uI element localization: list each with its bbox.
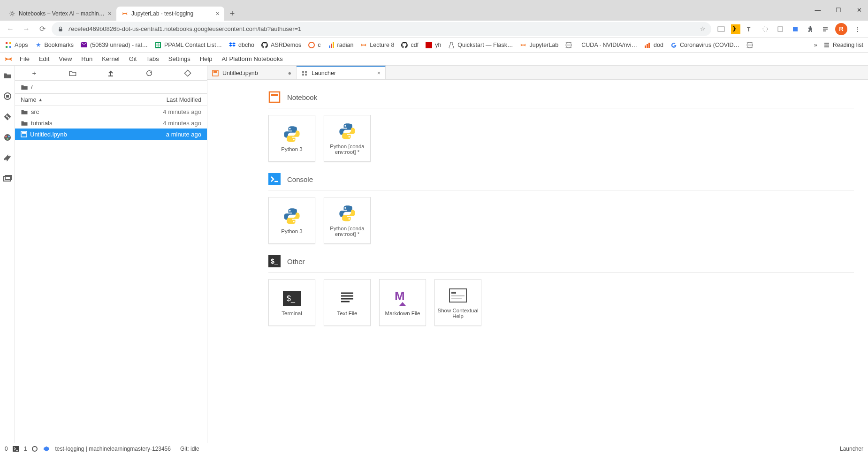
extensionmgr-tab-icon[interactable] <box>0 152 15 164</box>
doc-tab-untitled[interactable]: Untitled.ipynb ● <box>207 66 297 79</box>
bookmark-item[interactable]: ★Bookmarks <box>35 41 74 49</box>
gcp-status-text[interactable]: test-logging | machinelearningmastery-12… <box>55 446 171 452</box>
file-row-folder[interactable]: tutorials 4 minutes ago <box>15 117 207 129</box>
menu-file[interactable]: File <box>15 55 34 62</box>
upload-button[interactable] <box>92 69 130 77</box>
bookmark-item[interactable]: dod <box>644 41 663 49</box>
new-launcher-button[interactable]: + <box>15 69 53 77</box>
git-status-text[interactable]: Git: idle <box>180 446 199 452</box>
git-button[interactable] <box>168 69 207 77</box>
name-column-header[interactable]: Name▲ <box>21 97 43 103</box>
address-bar[interactable]: 7ecefed469b0826b-dot-us-central1.noteboo… <box>52 22 711 36</box>
ext-icon[interactable]: 》 <box>731 24 740 34</box>
bookmark-apps[interactable]: Apps <box>5 41 28 49</box>
ext-icon[interactable] <box>790 24 800 34</box>
svg-rect-6 <box>793 27 798 31</box>
document-tabs: Untitled.ipynb ● Launcher × <box>207 66 868 80</box>
launcher-card-textfile[interactable]: Text File <box>324 279 371 326</box>
filebrowser-tab-icon[interactable] <box>0 69 15 82</box>
filebrowser-breadcrumb[interactable]: / <box>15 81 207 94</box>
forward-button[interactable]: → <box>20 23 33 36</box>
tabs-tab-icon[interactable] <box>0 173 15 185</box>
close-icon[interactable]: × <box>216 10 220 17</box>
status-count-a[interactable]: 0 <box>5 446 8 452</box>
modified-column-header[interactable]: Last Modified <box>167 97 201 103</box>
terminal-icon[interactable] <box>13 446 19 452</box>
star-icon[interactable]: ☆ <box>700 25 706 32</box>
bookmark-item[interactable]: Coronavirus (COVID… <box>670 41 739 49</box>
window-titlebar <box>0 0 868 5</box>
ext-icon[interactable] <box>775 24 785 34</box>
star-icon: ★ <box>35 41 42 49</box>
reload-button[interactable]: ⟳ <box>36 23 49 36</box>
file-row-folder[interactable]: src 4 minutes ago <box>15 106 207 117</box>
reading-list-button[interactable]: Reading list <box>823 41 863 49</box>
lock-icon <box>57 26 64 32</box>
launcher-card-conda-console[interactable]: Python [conda env:root] * <box>324 197 371 244</box>
bookmark-item[interactable]: CUDA · NVIDIA/nvi… <box>581 42 637 48</box>
launcher-card-terminal[interactable]: $_ Terminal <box>268 279 315 326</box>
status-count-b[interactable]: 1 <box>24 446 27 452</box>
close-window-button[interactable]: ✕ <box>853 7 865 14</box>
menu-aiplatform[interactable]: AI Platform Notebooks <box>217 55 288 62</box>
bookmark-item[interactable]: dbcho <box>228 41 254 49</box>
running-tab-icon[interactable] <box>0 90 15 102</box>
launcher-card-markdown[interactable]: M Markdown File <box>379 279 426 326</box>
menu-git[interactable]: Git <box>124 55 142 62</box>
new-tab-button[interactable]: + <box>226 8 238 20</box>
bookmark-item[interactable]: c <box>308 41 320 49</box>
bookmark-item[interactable]: JupyterLab <box>519 41 558 49</box>
minimize-button[interactable]: — <box>812 7 824 14</box>
bookmark-item[interactable]: ASRDemos <box>261 41 301 49</box>
browser-tab-vertex[interactable]: Notebooks – Vertex AI – machine… × <box>4 7 116 21</box>
menu-icon[interactable]: ⋮ <box>852 24 862 34</box>
maximize-button[interactable]: ☐ <box>832 7 845 14</box>
menu-tabs[interactable]: Tabs <box>141 55 163 62</box>
bookmark-item[interactable]: cdf <box>401 41 419 49</box>
bookmark-item[interactable]: (50639 unread) - ral… <box>80 41 148 49</box>
jupyter-logo-icon[interactable] <box>2 53 15 66</box>
bookmark-item[interactable] <box>746 41 756 49</box>
close-icon[interactable]: × <box>377 70 381 76</box>
git-tab-icon[interactable] <box>0 111 15 123</box>
url-text: 7ecefed469b0826b-dot-us-central1.noteboo… <box>68 25 696 32</box>
refresh-button[interactable] <box>130 69 168 77</box>
commands-tab-icon[interactable] <box>0 131 15 144</box>
new-folder-button[interactable] <box>53 70 92 76</box>
menu-view[interactable]: View <box>54 55 76 62</box>
profile-avatar[interactable]: R <box>835 23 847 35</box>
dirty-indicator-icon[interactable]: ● <box>288 70 291 76</box>
menu-help[interactable]: Help <box>195 55 217 62</box>
browser-tab-jupyterlab[interactable]: JupyterLab - test-logging × <box>116 7 224 21</box>
gcp-status-icon <box>43 446 50 452</box>
ext-icon[interactable] <box>760 24 770 34</box>
close-icon[interactable]: × <box>108 10 112 17</box>
menu-edit[interactable]: Edit <box>34 55 54 62</box>
ext-icon[interactable]: T <box>745 24 755 34</box>
doc-tab-launcher[interactable]: Launcher × <box>297 66 386 79</box>
bookmark-item[interactable]: yh <box>425 41 441 49</box>
bookmark-item[interactable]: radian <box>327 41 354 49</box>
menu-kernel[interactable]: Kernel <box>97 55 124 62</box>
bookmark-item[interactable]: Lecture 8 <box>360 41 394 49</box>
mode-indicator[interactable]: Launcher <box>840 446 863 452</box>
launcher-card-python3-console[interactable]: Python 3 <box>268 197 315 244</box>
bookmark-overflow[interactable]: » <box>814 42 817 48</box>
svg-text:T: T <box>747 26 751 32</box>
bookmark-item[interactable]: PPAML Contact List… <box>154 41 222 49</box>
extensions-icon[interactable] <box>805 24 815 34</box>
launcher-card-conda-notebook[interactable]: Python [conda env:root] * <box>324 115 371 162</box>
menu-run[interactable]: Run <box>76 55 97 62</box>
bookmark-item[interactable]: Quickstart — Flask… <box>448 41 513 49</box>
menu-settings[interactable]: Settings <box>164 55 195 62</box>
launcher-card-contexthelp[interactable]: Show Contextual Help <box>434 279 481 326</box>
svg-rect-8 <box>9 42 11 44</box>
file-row-notebook[interactable]: Untitled.ipynb a minute ago <box>15 129 207 140</box>
back-button[interactable]: ← <box>4 23 17 36</box>
python-icon <box>282 207 302 226</box>
kernel-status-icon[interactable] <box>31 446 38 452</box>
readinglist-icon[interactable] <box>820 24 830 34</box>
launcher-card-python3-notebook[interactable]: Python 3 <box>268 115 315 162</box>
ext-icon[interactable] <box>716 24 726 34</box>
bookmark-item[interactable] <box>565 41 575 49</box>
